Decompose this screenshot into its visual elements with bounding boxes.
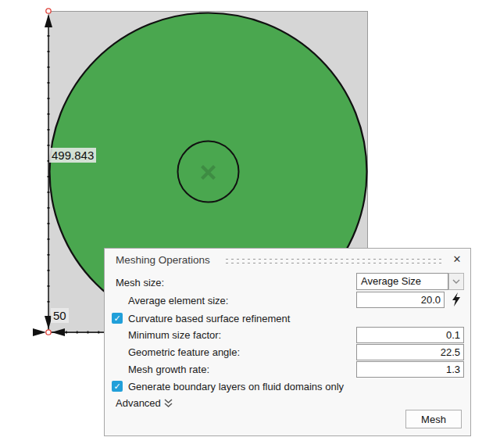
lightning-bolt-icon[interactable] [451,292,462,307]
checkmark-icon: ✓ [113,382,120,391]
minimum-size-factor-input[interactable] [356,327,464,343]
horizontal-dimension-value: 50 [51,308,69,323]
curvature-refinement-label: Curvature based surface refinement [128,313,290,325]
geometric-feature-angle-input[interactable] [356,344,464,360]
geometric-feature-angle-label: Geometric feature angle: [128,346,240,359]
curvature-refinement-checkbox[interactable]: ✓ [112,313,123,324]
double-chevron-down-icon[interactable] [164,399,173,408]
dialog-title: Meshing Operations [116,254,210,266]
average-element-size-input[interactable] [356,292,445,308]
chevron-down-icon [452,278,460,285]
mesh-growth-rate-input[interactable] [356,361,464,378]
mesh-button[interactable]: Mesh [405,410,462,428]
mesh-growth-rate-label: Mesh growth rate: [128,364,209,376]
minimum-size-factor-label: Minimum size factor: [128,329,221,342]
advanced-toggle[interactable]: Advanced [116,397,161,410]
drag-handle[interactable] [224,257,443,263]
close-icon[interactable]: ✕ [451,253,463,266]
arrow-right-icon [33,328,46,336]
vertex-marker-bottom[interactable] [46,330,51,335]
vertex-marker-top[interactable] [46,9,51,13]
boundary-layers-checkbox[interactable]: ✓ [112,381,123,392]
average-element-size-label: Average element size: [128,295,228,307]
mesh-size-dropdown-button[interactable] [448,273,464,290]
checkmark-icon: ✓ [113,314,120,323]
mesh-size-dropdown[interactable]: Average Size [356,273,448,290]
vertical-dimension-value: 499.843 [49,148,96,163]
meshing-operations-dialog: Meshing Operations ✕ Mesh size: Average … [104,248,471,436]
mesh-size-label: Mesh size: [116,277,164,289]
boundary-layers-label: Generate boundary layers on fluid domain… [128,381,344,393]
